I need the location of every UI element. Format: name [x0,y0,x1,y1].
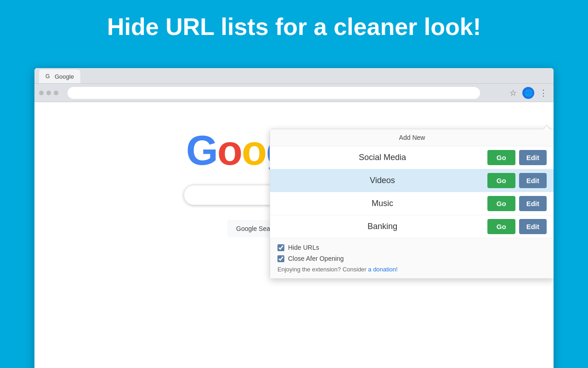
hide-urls-label: Hide URLs [288,244,319,251]
popup-item-name: Banking [277,222,487,231]
edit-button[interactable]: Edit [519,150,547,165]
popup-item-row: BankingGoEdit [270,215,554,238]
popup-item-name: Videos [277,176,487,185]
popup-item-buttons: GoEdit [487,219,547,234]
go-button[interactable]: Go [487,219,515,234]
logo-g: G [186,130,217,173]
add-new-button[interactable]: Add New [270,129,554,146]
edit-button[interactable]: Edit [519,196,547,211]
bookmark-star-icon[interactable]: ☆ [508,87,519,98]
tab-favicon: G [45,73,52,80]
browser-tab[interactable]: G Google [39,69,80,83]
browser-content: Google 🎤 Google Search I'm Feeling Lucky… [34,102,554,368]
popup-item-buttons: GoEdit [487,173,547,188]
edit-button[interactable]: Edit [519,173,547,188]
close-after-checkbox[interactable] [277,255,284,262]
hide-urls-checkbox[interactable] [277,244,284,251]
logo-o2: o [242,130,266,173]
hide-urls-checkbox-row[interactable]: Hide URLs [277,244,547,251]
popup-arrow [543,125,550,129]
popup-footer: Hide URLs Close Afer Opening Enjoying th… [270,238,554,278]
popup-item-name: Music [277,199,487,208]
popup-item-buttons: GoEdit [487,150,547,165]
page-headline: Hide URL lists for a cleaner look! [0,0,588,50]
popup-item-name: Social Media [277,153,487,162]
go-button[interactable]: Go [487,196,515,211]
dot-1 [39,91,44,95]
dot-3 [54,91,58,95]
browser-chrome: ☆ 🌐 ⋮ [34,84,554,102]
go-button[interactable]: Go [487,150,515,165]
popup-panel: Add New Social MediaGoEditVideosGoEditMu… [270,129,554,279]
extension-globe-icon[interactable]: 🌐 [522,87,534,99]
go-button[interactable]: Go [487,173,515,188]
tab-label: Google [55,73,74,80]
logo-o1: o [217,130,242,173]
chrome-menu-icon[interactable]: ⋮ [538,87,549,98]
donation-text: Enjoying the extension? Consider a donat… [277,266,547,273]
popup-items-list: Social MediaGoEditVideosGoEditMusicGoEdi… [270,146,554,238]
donation-prefix: Enjoying the extension? Consider [277,266,368,273]
popup-item-row: VideosGoEdit [270,169,554,192]
popup-item-row: MusicGoEdit [270,192,554,215]
browser-window-controls [39,91,58,95]
popup-item-buttons: GoEdit [487,196,547,211]
close-after-checkbox-row[interactable]: Close Afer Opening [277,255,547,262]
close-after-label: Close Afer Opening [288,255,344,262]
popup-item-row: Social MediaGoEdit [270,146,554,169]
address-bar[interactable] [68,87,480,99]
dot-2 [46,91,51,95]
edit-button[interactable]: Edit [519,219,547,234]
browser-window: G Google ☆ 🌐 ⋮ Google 🎤 [34,68,554,368]
tab-bar: G Google [34,68,554,84]
donation-link[interactable]: a donation! [368,266,397,273]
